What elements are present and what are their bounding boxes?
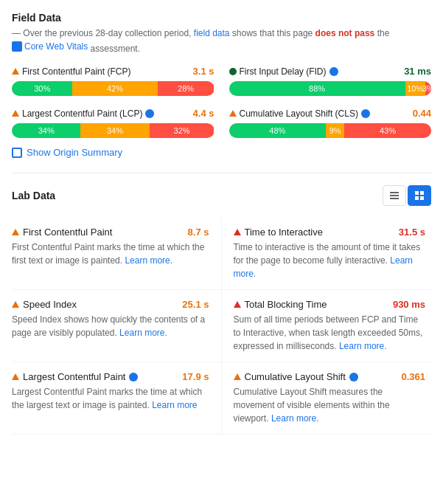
lab-metric-fcp: First Contentful Paint 8.7 s First Conte… — [12, 218, 222, 290]
lab-cls-title: Cumulative Layout Shift — [234, 371, 358, 382]
field-data-link[interactable]: field data — [194, 28, 230, 38]
lab-metric-tbt: Total Blocking Time 930 ms Sum of all ti… — [222, 290, 432, 362]
cls-bar: 48% 9% 43% — [229, 123, 432, 138]
fid-value: 31 ms — [404, 66, 431, 77]
lab-cls-info-icon — [349, 373, 358, 382]
lcp-bar: 34% 34% 32% — [12, 123, 214, 138]
fid-bar: 88% 10% 3% — [229, 81, 432, 96]
desc-mid: shows that this page — [232, 28, 313, 38]
lab-tbt-title: Total Blocking Time — [234, 299, 327, 310]
field-metric-fcp: First Contentful Paint (FCP) 3.1 s 30% 4… — [12, 66, 214, 96]
lab-cls-indicator — [234, 373, 241, 380]
field-data-header: Field Data — Over the previous 28-day co… — [12, 12, 431, 55]
field-data-section: Field Data — Over the previous 28-day co… — [12, 12, 431, 158]
cls-bar-green: 48% — [229, 123, 327, 138]
lab-fcp-header: First Contentful Paint 8.7 s — [12, 227, 209, 238]
view-toggle — [383, 185, 431, 206]
lab-fcp-title: First Contentful Paint — [12, 227, 112, 238]
lab-fcp-learn-more[interactable]: Learn more. — [125, 255, 172, 266]
lab-cls-desc: Cumulative Layout Shift measures the mov… — [234, 385, 426, 425]
lab-lcp-header: Largest Contentful Paint 17.9 s — [12, 371, 209, 382]
fcp-indicator — [12, 68, 19, 75]
cwv-link[interactable]: Core Web Vitals — [24, 40, 88, 53]
lcp-bar-orange: 34% — [80, 123, 149, 138]
lab-cls-header: Cumulative Layout Shift 0.361 — [234, 371, 426, 382]
fid-name: First Input Delay (FID) — [229, 66, 338, 77]
field-metric-cls: Cumulative Layout Shift (CLS) 0.44 48% 9… — [229, 108, 432, 138]
svg-rect-6 — [420, 196, 424, 200]
lab-cls-learn-more[interactable]: Learn more. — [271, 413, 319, 424]
lab-lcp-desc: Largest Contentful Paint marks the time … — [12, 385, 209, 412]
list-view-icon — [389, 190, 400, 201]
desc-post: the — [377, 28, 390, 38]
lab-data-title: Lab Data — [12, 190, 55, 201]
cwv-icon — [12, 41, 22, 52]
does-not-pass-link[interactable]: does not pass — [315, 28, 375, 38]
lab-si-desc: Speed Index shows how quickly the conten… — [12, 313, 209, 339]
lab-metric-tti: Time to Interactive 31.5 s Time to inter… — [222, 218, 432, 290]
svg-rect-3 — [415, 191, 419, 195]
cls-header: Cumulative Layout Shift (CLS) 0.44 — [229, 108, 432, 119]
fcp-bar-red: 28% — [158, 81, 214, 96]
lab-si-indicator — [12, 301, 19, 308]
lab-tbt-indicator — [234, 301, 241, 308]
treemap-view-icon — [414, 190, 425, 201]
svg-rect-5 — [415, 196, 419, 200]
lab-tti-desc: Time to interactive is the amount of tim… — [234, 241, 426, 280]
lcp-header: Largest Contentful Paint (LCP) 4.4 s — [12, 108, 214, 119]
lab-data-header: Lab Data — [12, 185, 431, 206]
lab-fcp-value: 8.7 s — [188, 227, 209, 238]
fid-bar-red: 3% — [425, 81, 431, 96]
lab-metric-si: Speed Index 25.1 s Speed Index shows how… — [12, 290, 222, 362]
lcp-value: 4.4 s — [193, 108, 214, 119]
section-divider — [12, 173, 431, 173]
show-origin-label: Show Origin Summary — [27, 147, 122, 158]
lab-si-value: 25.1 s — [182, 299, 209, 310]
svg-rect-4 — [420, 191, 424, 195]
fid-indicator — [229, 68, 237, 75]
fcp-bar-orange: 42% — [72, 81, 157, 96]
lab-tti-title: Time to Interactive — [234, 227, 323, 238]
svg-rect-2 — [390, 198, 399, 199]
fid-bar-green: 88% — [229, 81, 405, 96]
lab-fcp-desc: First Contentful Paint marks the time at… — [12, 241, 209, 267]
svg-rect-1 — [390, 195, 399, 196]
lab-tti-header: Time to Interactive 31.5 s — [234, 227, 426, 238]
field-metric-lcp: Largest Contentful Paint (LCP) 4.4 s 34%… — [12, 108, 214, 138]
fcp-bar: 30% 42% 28% — [12, 81, 214, 96]
lab-metric-cls: Cumulative Layout Shift 0.361 Cumulative… — [222, 362, 432, 435]
cls-name: Cumulative Layout Shift (CLS) — [229, 108, 370, 119]
cls-indicator — [229, 110, 237, 117]
fid-info-icon — [329, 67, 338, 76]
lab-tbt-desc: Sum of all time periods between FCP and … — [234, 313, 426, 353]
lab-lcp-title: Largest Contentful Paint — [12, 371, 138, 382]
lcp-info-icon — [145, 109, 154, 118]
list-view-button[interactable] — [383, 185, 406, 206]
show-origin-checkbox[interactable] — [12, 148, 22, 158]
lcp-indicator — [12, 110, 19, 117]
lab-tti-indicator — [234, 229, 241, 235]
lab-metric-lcp: Largest Contentful Paint 17.9 s Largest … — [12, 362, 222, 435]
lab-si-title: Speed Index — [12, 299, 77, 310]
fcp-name: First Contentful Paint (FCP) — [12, 66, 130, 77]
field-data-description: — Over the previous 28-day collection pe… — [12, 27, 431, 55]
cwv-suffix: assessment. — [91, 44, 140, 54]
lcp-bar-green: 34% — [12, 123, 80, 138]
lab-data-section: Lab Data — [12, 185, 431, 435]
lab-lcp-value: 17.9 s — [182, 371, 209, 382]
lcp-bar-red: 32% — [150, 123, 214, 138]
lab-tbt-learn-more[interactable]: Learn more. — [339, 341, 387, 351]
show-origin-button[interactable]: Show Origin Summary — [12, 147, 431, 158]
cls-bar-red: 43% — [344, 123, 431, 138]
desc-pre: — Over the previous 28-day collection pe… — [12, 28, 191, 38]
lab-tbt-header: Total Blocking Time 930 ms — [234, 299, 426, 310]
svg-rect-0 — [390, 192, 399, 193]
fcp-value: 3.1 s — [193, 66, 214, 77]
lcp-name: Largest Contentful Paint (LCP) — [12, 108, 154, 119]
lab-metrics-grid: First Contentful Paint 8.7 s First Conte… — [12, 218, 431, 435]
lab-tbt-value: 930 ms — [393, 299, 425, 310]
lab-si-learn-more[interactable]: Learn more. — [119, 328, 167, 338]
lab-lcp-learn-more[interactable]: Learn more — [152, 400, 197, 410]
lab-si-header: Speed Index 25.1 s — [12, 299, 209, 310]
treemap-view-button[interactable] — [408, 185, 431, 206]
